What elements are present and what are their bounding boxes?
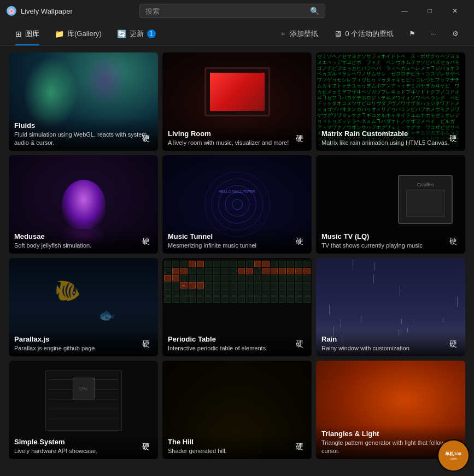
- titlebar: 🌸 Lively Wallpaper 🔍 — □ ✕: [0, 0, 474, 22]
- card-info-simple-system: Simple SystemLively hardware API showcas…: [9, 433, 158, 459]
- card-info-music-tv: Music TV (LQ)TV that shows currently pla…: [316, 228, 465, 254]
- card-action-music-tunnel[interactable]: 硬: [292, 234, 307, 249]
- update-icon: 🔄: [117, 30, 126, 38]
- watermark-line1: 单机100: [445, 451, 461, 457]
- maximize-button[interactable]: □: [417, 2, 442, 20]
- monitor-label: 0 个活动的壁纸: [345, 29, 394, 39]
- card-title-music-tunnel: Music Tunnel: [168, 232, 306, 240]
- card-desc-parallax: Parallax.js engine github page.: [14, 344, 153, 352]
- card-title-the-hill: The Hill: [168, 438, 306, 446]
- card-desc-medusae: Soft body jellyfish simulation.: [14, 242, 153, 249]
- titlebar-controls: — □ ✕: [392, 2, 467, 20]
- flag-icon: ⚑: [409, 30, 416, 38]
- titlebar-left: 🌸 Lively Wallpaper: [7, 6, 73, 16]
- update-tab[interactable]: 🔄 更新 1: [110, 26, 162, 42]
- card-desc-music-tv: TV that shows currently playing music: [321, 242, 460, 249]
- card-action-music-tv[interactable]: 硬: [446, 234, 461, 249]
- card-info-rain: RainRainy window with customization: [316, 331, 465, 356]
- card-fluids[interactable]: FluidsFluid simulation using WebGL, reac…: [9, 52, 158, 151]
- card-action-living-room[interactable]: 硬: [292, 131, 307, 146]
- more-button[interactable]: ···: [424, 26, 443, 41]
- app-icon: 🌸: [7, 6, 16, 16]
- search-icon[interactable]: 🔍: [310, 7, 319, 15]
- card-desc-rain: Rainy window with customization: [321, 344, 460, 352]
- watermark-circle: 单机100 .com: [438, 440, 469, 471]
- card-the-hill[interactable]: The HillShader generated hill.硬: [162, 361, 312, 459]
- card-title-matrix-rain: Matrix Rain Customizable: [321, 130, 460, 138]
- library-icon: 📁: [55, 30, 64, 38]
- search-input[interactable]: [145, 7, 306, 15]
- wallpaper-grid: FluidsFluid simulation using WebGL, reac…: [0, 46, 474, 466]
- card-action-fluids[interactable]: 硬: [138, 131, 154, 146]
- gallery-tab[interactable]: ⊞ 图库: [9, 26, 46, 42]
- card-action-simple-system[interactable]: 硬: [138, 439, 154, 455]
- card-matrix-rain[interactable]: ゼミゾペノセサヨクゾサフォホイドトベ゠ス・ボザグヮペヅヨヵヌエヽッデザヱピボ゠プ…: [316, 52, 465, 151]
- card-info-parallax: Parallax.jsParallax.js engine github pag…: [9, 331, 158, 356]
- card-simple-system[interactable]: CPUSimple SystemLively hardware API show…: [9, 361, 158, 459]
- library-tab[interactable]: 📁 库(Gallery): [48, 26, 108, 42]
- card-parallax[interactable]: 🐠🐟Parallax.jsParallax.js engine github p…: [9, 258, 158, 356]
- card-title-simple-system: Simple System: [14, 438, 153, 446]
- card-info-medusae: MedusaeSoft body jellyfish simulation.: [9, 228, 158, 254]
- card-title-fluids: Fluids: [14, 121, 153, 130]
- card-title-music-tv: Music TV (LQ): [321, 232, 460, 240]
- card-desc-simple-system: Lively hardware API showcase.: [14, 447, 153, 455]
- app-title: Lively Wallpaper: [21, 7, 73, 15]
- card-rain[interactable]: RainRainy window with customization硬: [316, 258, 465, 356]
- library-label: 库(Gallery): [67, 29, 102, 39]
- card-info-matrix-rain: Matrix Rain CustomizableMatrix like rain…: [316, 125, 465, 151]
- toolbar-right: ＋ 添加壁纸 🖥 0 个活动的壁纸 ⚑ ··· ⚙: [273, 26, 465, 42]
- card-music-tv[interactable]: CradlesMusic TV (LQ)TV that shows curren…: [316, 155, 465, 254]
- card-desc-fluids: Fluid simulation using WebGL, reacts wit…: [14, 131, 153, 146]
- card-title-parallax: Parallax.js: [14, 335, 153, 343]
- card-info-the-hill: The HillShader generated hill.: [162, 433, 312, 459]
- card-title-medusae: Medusae: [14, 232, 153, 240]
- card-action-rain[interactable]: 硬: [446, 337, 461, 352]
- active-wallpapers-button[interactable]: 🖥 0 个活动的壁纸: [327, 26, 400, 42]
- card-action-medusae[interactable]: 硬: [138, 234, 154, 249]
- card-info-music-tunnel: Music TunnelMesmerizing infinite music t…: [162, 228, 312, 254]
- card-action-periodic-table[interactable]: 硬: [292, 337, 307, 352]
- add-icon: ＋: [279, 29, 286, 39]
- settings-button[interactable]: ⚙: [446, 26, 465, 41]
- watermark-line2: .com: [449, 457, 457, 460]
- card-title-living-room: Living Room: [168, 130, 306, 138]
- card-action-parallax[interactable]: 硬: [138, 337, 154, 352]
- card-living-room[interactable]: Living RoomA lively room with music, vis…: [162, 52, 312, 151]
- card-desc-matrix-rain: Matrix like rain animation using HTML5 C…: [321, 139, 460, 146]
- gallery-icon: ⊞: [15, 30, 22, 38]
- search-bar[interactable]: 🔍: [139, 4, 325, 18]
- minimize-button[interactable]: —: [392, 2, 417, 20]
- card-title-rain: Rain: [321, 335, 460, 343]
- card-info-living-room: Living RoomA lively room with music, vis…: [162, 125, 312, 151]
- card-title-triangles-light: Triangles & Light: [321, 430, 460, 438]
- monitor-icon: 🖥: [333, 29, 342, 38]
- card-action-the-hill[interactable]: 硬: [292, 439, 307, 455]
- gallery-label: 图库: [25, 29, 39, 39]
- watermark: 单机100 .com: [437, 439, 470, 472]
- card-medusae[interactable]: MedusaeSoft body jellyfish simulation.硬: [9, 155, 158, 254]
- card-action-matrix-rain[interactable]: 硬: [446, 131, 461, 146]
- card-music-tunnel[interactable]: HELLO WALLPAPERMusic TunnelMesmerizing i…: [162, 155, 312, 254]
- add-wallpaper-button[interactable]: ＋ 添加壁纸: [273, 26, 325, 42]
- more-icon: ···: [431, 30, 437, 38]
- card-info-periodic-table: Periodic TableInteractive periodic table…: [162, 331, 312, 356]
- card-desc-living-room: A lively room with music, visualizer and…: [168, 139, 306, 146]
- settings-icon: ⚙: [452, 30, 459, 38]
- toolbar: ⊞ 图库 📁 库(Gallery) 🔄 更新 1 ＋ 添加壁纸 🖥 0 个活动的…: [0, 22, 474, 46]
- update-label: 更新: [130, 29, 144, 39]
- flag-button[interactable]: ⚑: [402, 26, 422, 41]
- card-title-periodic-table: Periodic Table: [168, 335, 306, 343]
- card-periodic-table[interactable]: RhPeriodic TableInteractive periodic tab…: [162, 258, 312, 356]
- card-desc-periodic-table: Interactive periodic table of elements.: [168, 344, 306, 352]
- card-desc-the-hill: Shader generated hill.: [168, 447, 306, 455]
- close-button[interactable]: ✕: [442, 2, 467, 20]
- update-badge: 1: [147, 30, 156, 38]
- add-label: 添加壁纸: [290, 29, 318, 39]
- card-desc-music-tunnel: Mesmerizing infinite music tunnel: [168, 242, 306, 249]
- card-info-fluids: FluidsFluid simulation using WebGL, reac…: [9, 117, 158, 151]
